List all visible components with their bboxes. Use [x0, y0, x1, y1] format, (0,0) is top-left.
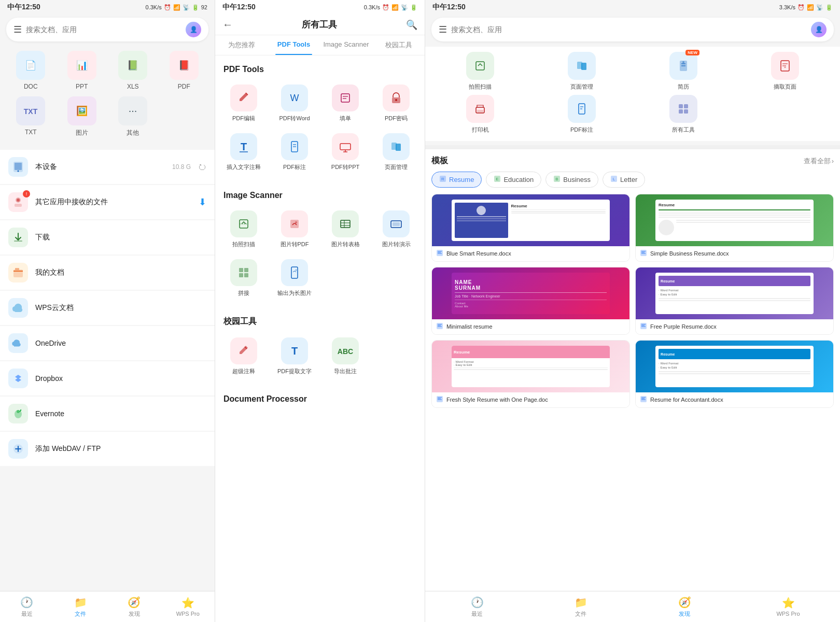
simple-biz-preview: Resume [655, 200, 814, 241]
tool-collage[interactable]: 拼接 [219, 254, 268, 301]
template-simple-biz[interactable]: Resume [635, 194, 834, 262]
file-type-doc[interactable]: 📄 DOC [8, 51, 53, 90]
right-search-bar[interactable]: ☰ 👤 [431, 18, 834, 41]
left-avatar[interactable]: 👤 [186, 22, 201, 37]
tool-scan[interactable]: 拍照扫描 [219, 205, 268, 252]
left-nav-discover[interactable]: 🧭 发现 [107, 591, 161, 622]
tool-pdf-extract[interactable]: T PDF提取文字 [270, 332, 319, 379]
left-search-input[interactable] [26, 25, 181, 34]
image-scanner-title: Image Scanner [215, 181, 425, 205]
left-nav-recent[interactable]: 🕐 最近 [0, 591, 54, 622]
template-fresh-style[interactable]: Resume · Word Format · Easy to Edit [431, 340, 630, 408]
svg-rect-100 [679, 109, 683, 114]
tool-pdf-lock[interactable]: PDF密码 [372, 79, 421, 126]
free-purple-info: Free Purple Resume.docx [636, 319, 833, 334]
folder-download[interactable]: 下载 [0, 220, 215, 255]
template-minimalist[interactable]: NAME SURNAM Job Title · Network Engineer… [431, 267, 630, 335]
quick-print[interactable]: 打印机 [431, 95, 529, 134]
file-type-other[interactable]: ··· 其他 [110, 96, 156, 137]
svg-rect-68 [244, 273, 248, 277]
tool-page-mgmt[interactable]: 页面管理 [372, 128, 421, 175]
tab-campustools[interactable]: 校园工具 [372, 35, 425, 55]
template-accountant[interactable]: Resume · Word Format · Easy to Edit Resu… [635, 340, 834, 408]
right-nav-discover[interactable]: 🧭 发现 [633, 591, 736, 622]
svg-point-18 [17, 199, 20, 202]
right-nav-recent[interactable]: 🕐 最近 [425, 591, 529, 622]
tool-pdf-to-word[interactable]: W PDF转Word [270, 79, 319, 126]
tool-pdf-edit[interactable]: PDF编辑 [219, 79, 268, 126]
img-to-pdf-name: 图片转PDF [281, 241, 309, 248]
right-avatar[interactable]: 👤 [811, 22, 827, 37]
tool-img-to-table[interactable]: 图片转表格 [321, 205, 370, 252]
template-grid: Resume Blue Smart Resume.docx [431, 194, 834, 408]
mid-search-button[interactable]: 🔍 [406, 19, 417, 31]
quick-resume[interactable]: NEW 简历 [635, 52, 732, 91]
folder-mydocs[interactable]: 我的文档 [0, 256, 215, 290]
accountant-name: Resume for Accountant.docx [650, 396, 723, 403]
recv-name: 其它应用中接收的文件 [35, 197, 191, 207]
tool-img-to-pdf[interactable]: 图片转PDF [270, 205, 319, 252]
page-mgmt-icon [383, 133, 410, 160]
quick-all-tools[interactable]: 所有工具 [635, 95, 732, 134]
quick-page-mgmt[interactable]: 页面管理 [533, 52, 631, 91]
tab-imagescanner[interactable]: Image Scanner [320, 35, 372, 55]
tab-recommend[interactable]: 为您推荐 [215, 35, 268, 55]
right-hamburger-icon[interactable]: ☰ [439, 24, 447, 35]
left-nav-wpspro[interactable]: ⭐ WPS Pro [161, 591, 215, 622]
quick-scan[interactable]: 拍照扫描 [431, 52, 529, 91]
tab-pdftools[interactable]: PDF Tools [268, 35, 320, 55]
cat-tab-resume[interactable]: R Resume [431, 172, 482, 188]
right-status-bar: 中午12:50 3.3K/s ⏰ 📶 📡 🔋 [425, 0, 840, 15]
file-type-img[interactable]: 🖼️ 图片 [60, 96, 105, 137]
blue-smart-info: Blue Smart Resume.docx [432, 246, 629, 261]
right-nav-files[interactable]: 📁 文件 [529, 591, 633, 622]
download-name: 下载 [35, 233, 206, 242]
folder-dropbox[interactable]: Dropbox [0, 361, 215, 395]
left-nav-files[interactable]: 📁 文件 [54, 591, 108, 622]
evernote-name: Evernote [35, 409, 206, 418]
cat-tab-education[interactable]: E Education [486, 172, 541, 188]
cat-tab-letter[interactable]: L Letter [603, 172, 645, 188]
file-type-ppt[interactable]: 📊 PPT [60, 51, 105, 90]
file-type-xls[interactable]: 📗 XLS [110, 51, 156, 90]
folder-onedrive[interactable]: OneDrive [0, 326, 215, 360]
tool-long-img[interactable]: 输出为长图片 [270, 254, 319, 301]
folder-wpscloud[interactable]: WPS云文档 [0, 291, 215, 325]
view-all-button[interactable]: 查看全部 › [804, 157, 834, 166]
simple-biz-doc-icon [640, 249, 647, 258]
tool-export-note[interactable]: ABC 导出批注 [321, 332, 370, 379]
folder-addwebdav[interactable]: 添加 WebDAV / FTP [0, 432, 215, 466]
quick-pdf-mark[interactable]: PDF标注 [533, 95, 631, 134]
right-search-input[interactable] [451, 25, 807, 34]
back-button[interactable]: ← [222, 19, 233, 31]
resume-cat-icon: R [439, 175, 446, 184]
template-blue-smart[interactable]: Resume Blue Smart Resume.docx [431, 194, 630, 262]
file-type-txt[interactable]: TXT TXT [8, 96, 53, 137]
folder-evernote[interactable]: Evernote [0, 397, 215, 431]
tool-super-note[interactable]: 超级注释 [219, 332, 268, 379]
file-type-pdf[interactable]: 📕 PDF [162, 51, 207, 90]
collage-icon [230, 259, 257, 286]
right-nav-wpspro[interactable]: ⭐ WPS Pro [736, 591, 840, 622]
tool-img-to-ppt[interactable]: 图片转演示 [372, 205, 421, 252]
hamburger-icon[interactable]: ☰ [13, 24, 22, 35]
cat-tab-business[interactable]: B Business [545, 172, 598, 188]
folder-device[interactable]: 本设备 10.8 G ⭮ [0, 150, 215, 184]
tool-form[interactable]: 填单 [321, 79, 370, 126]
fresh-style-thumb: Resume · Word Format · Easy to Edit [432, 341, 629, 392]
txt-icon: TXT [16, 96, 45, 125]
tool-insert-text[interactable]: T 插入文字注释 [219, 128, 268, 175]
tool-pdf-to-ppt[interactable]: PDF转PPT [321, 128, 370, 175]
quick-extract[interactable]: 摘取页面 [736, 52, 834, 91]
device-progress-icon: ⭮ [198, 162, 206, 172]
addwebdav-name: 添加 WebDAV / FTP [35, 444, 206, 454]
right-panel: 中午12:50 3.3K/s ⏰ 📶 📡 🔋 ☰ 👤 拍照扫描 [425, 0, 840, 622]
tool-pdf-mark[interactable]: PDF标注 [270, 128, 319, 175]
quick-resume-label: 简历 [678, 83, 689, 91]
folder-recv[interactable]: ! 其它应用中接收的文件 ⬇ [0, 185, 215, 219]
left-search-bar[interactable]: ☰ 👤 [6, 18, 208, 41]
accountant-info: Resume for Accountant.docx [636, 392, 833, 407]
files-label: 文件 [75, 610, 86, 618]
template-free-purple[interactable]: Resume · Word Format · Easy to Edit Free… [635, 267, 834, 335]
img-to-pdf-icon [281, 210, 308, 237]
